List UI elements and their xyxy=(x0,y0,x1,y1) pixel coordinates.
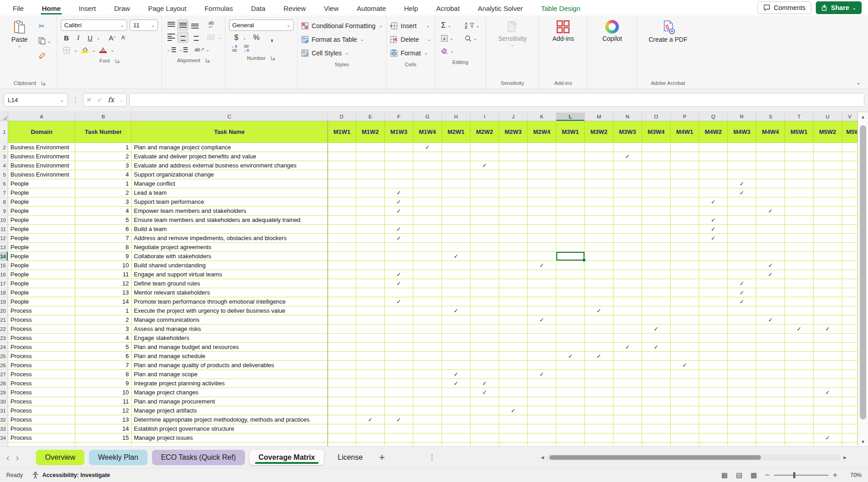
cell-D24[interactable] xyxy=(328,343,356,352)
cell-U12[interactable] xyxy=(814,234,842,243)
cell-B15[interactable]: 10 xyxy=(75,261,132,270)
cell-R20[interactable] xyxy=(728,306,756,315)
cell-K20[interactable] xyxy=(528,306,556,315)
cell-T32[interactable] xyxy=(785,415,814,424)
increase-decimal-button[interactable]: ←0.00 xyxy=(231,44,237,53)
cell-D34[interactable] xyxy=(328,433,356,443)
cell-N13[interactable] xyxy=(613,243,642,252)
cell-V12[interactable] xyxy=(842,234,858,243)
cell-D9[interactable] xyxy=(328,207,356,216)
cell-T6[interactable] xyxy=(785,179,814,188)
cell-G22[interactable] xyxy=(413,325,442,334)
cell-K26[interactable] xyxy=(528,361,556,370)
cell-N16[interactable] xyxy=(613,270,642,279)
cell-I24[interactable] xyxy=(471,343,499,352)
cell-O9[interactable] xyxy=(642,207,671,216)
cell-T24[interactable] xyxy=(785,343,814,352)
cell-I7[interactable] xyxy=(471,188,499,197)
row-header-1[interactable]: 1 xyxy=(0,121,8,143)
cell-H31[interactable] xyxy=(442,406,471,415)
cell-C35[interactable] xyxy=(132,443,328,446)
cell-D22[interactable] xyxy=(328,325,356,334)
cell-H21[interactable] xyxy=(442,315,471,325)
cell-G5[interactable] xyxy=(413,170,442,179)
cell-D12[interactable] xyxy=(328,234,356,243)
cell-P19[interactable] xyxy=(671,297,699,306)
cell-I30[interactable] xyxy=(471,397,499,406)
cell-U4[interactable] xyxy=(814,161,842,170)
cell-L29[interactable] xyxy=(556,388,585,397)
menu-table-design[interactable]: Table Design xyxy=(540,1,581,15)
cell-F33[interactable] xyxy=(385,424,413,433)
clipboard-dialog-launcher[interactable] xyxy=(41,81,46,85)
col-header-F[interactable]: F xyxy=(385,113,413,121)
cell-L21[interactable] xyxy=(556,315,585,325)
col-header-G[interactable]: G xyxy=(413,113,442,121)
cell-I13[interactable] xyxy=(471,243,499,252)
wrap-text-button[interactable]: ab↩ xyxy=(206,20,216,30)
cell-T3[interactable] xyxy=(785,152,814,161)
row-header-18[interactable]: 18 xyxy=(0,288,8,297)
cell-A25[interactable]: Process xyxy=(8,352,75,361)
cell-P26[interactable]: ✓ xyxy=(671,361,699,370)
cell-V6[interactable] xyxy=(842,179,858,188)
cell-T9[interactable] xyxy=(785,207,814,216)
row-header-23[interactable]: 23 xyxy=(0,334,8,343)
cell-Q32[interactable] xyxy=(699,415,728,424)
cell-T26[interactable] xyxy=(785,361,814,370)
cell-B4[interactable]: 3 xyxy=(75,161,132,170)
cell-H27[interactable]: ✓ xyxy=(442,370,471,379)
borders-button[interactable] xyxy=(61,44,72,55)
cell-T16[interactable] xyxy=(785,270,814,279)
cell-E7[interactable] xyxy=(356,188,385,197)
cell-F27[interactable] xyxy=(385,370,413,379)
cell-J19[interactable] xyxy=(499,297,528,306)
row-header-13[interactable]: 13 xyxy=(0,243,8,252)
cell-S9[interactable]: ✓ xyxy=(756,207,785,216)
cell-T21[interactable] xyxy=(785,315,814,325)
cell-A15[interactable]: People xyxy=(8,261,75,270)
cell-L34[interactable] xyxy=(556,433,585,443)
cell-P23[interactable] xyxy=(671,334,699,343)
cell-A34[interactable]: Process xyxy=(8,433,75,443)
cell-H2[interactable] xyxy=(442,143,471,152)
cell-E9[interactable] xyxy=(356,207,385,216)
cell-R2[interactable] xyxy=(728,143,756,152)
cell-T29[interactable] xyxy=(785,388,814,397)
cell-P17[interactable] xyxy=(671,279,699,288)
scroll-left-icon[interactable]: ◀ xyxy=(538,455,547,460)
cell-G10[interactable] xyxy=(413,216,442,225)
cell-Q22[interactable] xyxy=(699,325,728,334)
cell-M35[interactable] xyxy=(585,443,613,446)
copilot-button[interactable]: Copilot xyxy=(599,18,625,44)
cell-C20[interactable]: Execute the project with urgency to deli… xyxy=(132,306,328,315)
cell-O28[interactable] xyxy=(642,379,671,388)
cell-G35[interactable] xyxy=(413,443,442,446)
cell-E8[interactable] xyxy=(356,197,385,207)
cell-I6[interactable] xyxy=(471,179,499,188)
cell-U30[interactable] xyxy=(814,397,842,406)
cell-J5[interactable] xyxy=(499,170,528,179)
cell-M9[interactable] xyxy=(585,207,613,216)
cell-N7[interactable] xyxy=(613,188,642,197)
cell-Q33[interactable] xyxy=(699,424,728,433)
cell-G27[interactable] xyxy=(413,370,442,379)
cell-E14[interactable] xyxy=(356,252,385,261)
cell-J15[interactable] xyxy=(499,261,528,270)
cell-C34[interactable]: Manage project issues xyxy=(132,433,328,443)
cell-A16[interactable]: People xyxy=(8,270,75,279)
cell-B7[interactable]: 2 xyxy=(75,188,132,197)
cell-C6[interactable]: Manage conflict xyxy=(132,179,328,188)
horizontal-scroll-track[interactable] xyxy=(547,454,841,461)
cell-V18[interactable] xyxy=(842,288,858,297)
cell-S15[interactable]: ✓ xyxy=(756,261,785,270)
cell-E29[interactable] xyxy=(356,388,385,397)
cell-V28[interactable] xyxy=(842,379,858,388)
page-break-view-button[interactable]: ▩ xyxy=(750,471,757,479)
cell-V20[interactable] xyxy=(842,306,858,315)
cell-B25[interactable]: 6 xyxy=(75,352,132,361)
cell-M28[interactable] xyxy=(585,379,613,388)
fill-color-button[interactable] xyxy=(79,44,90,55)
cell-J29[interactable] xyxy=(499,388,528,397)
cell-A9[interactable]: People xyxy=(8,207,75,216)
